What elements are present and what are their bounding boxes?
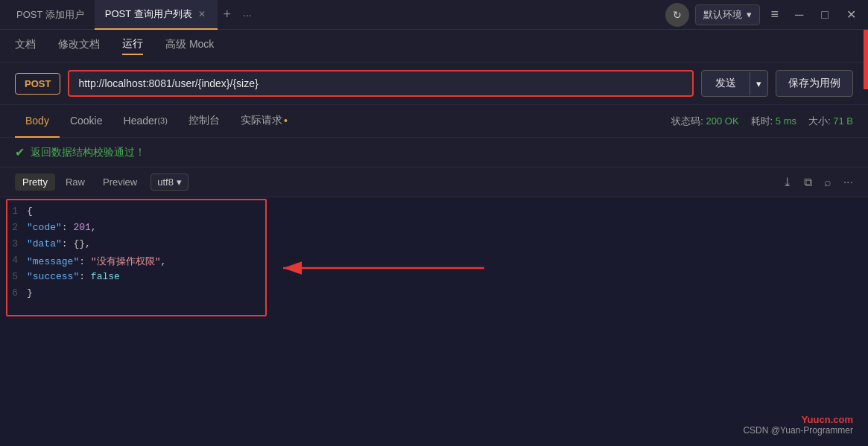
watermark-brand: Yuucn.com bbox=[743, 414, 853, 425]
encoding-label: utf8 bbox=[157, 176, 174, 188]
code-line: 3 "data": {}, bbox=[0, 238, 868, 254]
send-button[interactable]: 发送 bbox=[702, 71, 750, 96]
sub-nav-mock[interactable]: 高级 Mock bbox=[165, 38, 214, 54]
code-area: 1{2 "code": 201,3 "data": {},4 "message"… bbox=[0, 197, 868, 310]
tab-add-button[interactable]: + bbox=[218, 7, 238, 22]
copy-icon[interactable]: ⧉ bbox=[804, 176, 812, 189]
url-input-wrapper bbox=[68, 70, 694, 97]
format-preview-button[interactable]: Preview bbox=[95, 173, 145, 191]
encoding-selector[interactable]: utf8 ▾ bbox=[151, 173, 189, 191]
tab-query-user[interactable]: POST 查询用户列表 ✕ bbox=[95, 0, 218, 30]
resp-tab-console[interactable]: 控制台 bbox=[178, 105, 230, 138]
check-icon: ✔ bbox=[15, 145, 25, 159]
resp-tab-cookie[interactable]: Cookie bbox=[60, 105, 113, 138]
code-line: 4 "message": "没有操作权限", bbox=[0, 254, 868, 270]
format-toolbar: Pretty Raw Preview utf8 ▾ ⤓ ⧉ ⌕ ··· bbox=[0, 168, 868, 197]
more-options-icon[interactable]: ··· bbox=[843, 176, 853, 189]
resp-time: 耗时: 5 ms bbox=[751, 115, 796, 128]
watermark-author: CSDN @Yuan-Programmer bbox=[743, 425, 853, 436]
tab-add-user[interactable]: POST 添加用户 bbox=[6, 0, 95, 30]
sub-nav: 文档 修改文档 运行 高级 Mock bbox=[0, 30, 868, 63]
minimize-button[interactable]: ─ bbox=[789, 5, 809, 25]
save-button[interactable]: 保存为用例 bbox=[776, 70, 853, 97]
tab-close-icon[interactable]: ✕ bbox=[197, 9, 207, 19]
status-code-label: 状态码: 200 OK bbox=[671, 115, 738, 128]
resp-tab-cookie-label: Cookie bbox=[70, 115, 103, 127]
chevron-down-icon: ▾ bbox=[177, 176, 182, 188]
maximize-button[interactable]: □ bbox=[815, 5, 834, 25]
resp-status-bar: 状态码: 200 OK 耗时: 5 ms 大小: 71 B bbox=[671, 115, 853, 128]
watermark: Yuucn.com CSDN @Yuan-Programmer bbox=[743, 414, 853, 436]
url-bar: POST 发送 ▾ 保存为用例 bbox=[0, 63, 868, 105]
code-line: 1{ bbox=[0, 205, 868, 221]
resp-tab-body-label: Body bbox=[25, 115, 49, 127]
resp-time-value: 5 ms bbox=[776, 115, 796, 127]
validation-message: 返回数据结构校验通过！ bbox=[31, 146, 145, 159]
format-raw-button[interactable]: Raw bbox=[58, 173, 92, 191]
code-section: 1{2 "code": 201,3 "data": {},4 "message"… bbox=[0, 197, 868, 446]
url-input[interactable] bbox=[69, 71, 692, 95]
sub-nav-run[interactable]: 运行 bbox=[122, 37, 143, 55]
sub-nav-docs[interactable]: 文档 bbox=[15, 38, 36, 54]
resp-tab-actual-label: 实际请求 bbox=[241, 114, 282, 127]
resp-tab-header-badge: (3) bbox=[157, 116, 167, 125]
resp-size: 大小: 71 B bbox=[808, 115, 853, 128]
resp-size-value: 71 B bbox=[833, 115, 853, 127]
resp-tabs: Body Cookie Header (3) 控制台 实际请求 • 状态码: 2… bbox=[0, 105, 868, 138]
send-arrow-button[interactable]: ▾ bbox=[750, 72, 767, 95]
resp-tab-actual-dot: • bbox=[284, 115, 288, 127]
tab-more-button[interactable]: ··· bbox=[237, 9, 258, 21]
resp-tab-body[interactable]: Body bbox=[15, 105, 60, 138]
close-window-button[interactable]: ✕ bbox=[840, 4, 862, 25]
code-line: 2 "code": 201, bbox=[0, 221, 868, 238]
env-selector[interactable]: 默认环境 ▾ bbox=[695, 4, 760, 25]
tab-label: POST 查询用户列表 bbox=[105, 7, 192, 21]
download-icon[interactable]: ⤓ bbox=[782, 175, 792, 189]
resp-tab-console-label: 控制台 bbox=[189, 114, 220, 127]
right-accent bbox=[864, 30, 868, 89]
method-badge: POST bbox=[15, 73, 60, 95]
validation-banner: ✔ 返回数据结构校验通过！ bbox=[0, 138, 868, 168]
refresh-button[interactable]: ↻ bbox=[665, 3, 689, 27]
code-line: 6} bbox=[0, 287, 868, 303]
menu-button[interactable]: ≡ bbox=[766, 4, 783, 25]
resp-tab-header-label: Header bbox=[124, 115, 158, 127]
resp-tab-header[interactable]: Header (3) bbox=[113, 105, 178, 138]
env-label: 默认环境 bbox=[703, 8, 742, 22]
main-content: 文档 修改文档 运行 高级 Mock POST 发送 ▾ 保存为用例 Body … bbox=[0, 30, 868, 446]
format-right-icons: ⤓ ⧉ ⌕ ··· bbox=[782, 175, 853, 189]
code-line: 5 "success": false bbox=[0, 270, 868, 287]
search-icon[interactable]: ⌕ bbox=[824, 176, 831, 189]
format-pretty-button[interactable]: Pretty bbox=[15, 173, 55, 191]
sub-nav-edit[interactable]: 修改文档 bbox=[58, 38, 100, 54]
title-bar: POST 添加用户 POST 查询用户列表 ✕ + ··· ↻ 默认环境 ▾ ≡… bbox=[0, 0, 868, 30]
title-bar-right: ↻ 默认环境 ▾ ≡ ─ □ ✕ bbox=[665, 3, 862, 27]
chevron-down-icon: ▾ bbox=[747, 9, 752, 20]
send-button-group: 发送 ▾ bbox=[701, 70, 768, 97]
tab-label: POST 添加用户 bbox=[16, 8, 84, 22]
status-code-value: 200 OK bbox=[706, 115, 738, 127]
resp-tab-actual[interactable]: 实际请求 • bbox=[230, 105, 298, 138]
